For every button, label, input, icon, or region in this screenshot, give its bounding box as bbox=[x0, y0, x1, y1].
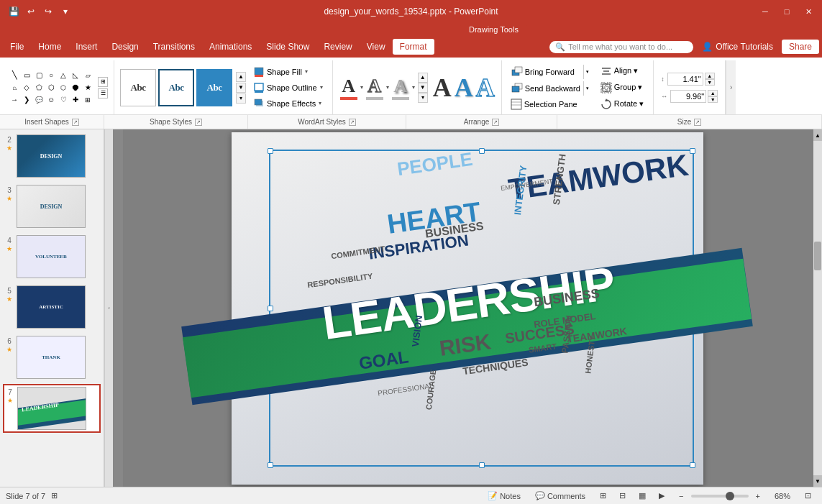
shape-trapezoid[interactable]: ⏢ bbox=[9, 82, 20, 93]
menu-slideshow[interactable]: Slide Show bbox=[259, 39, 316, 55]
shape-rect-outline[interactable]: ▭ bbox=[21, 70, 32, 81]
slide-item-3[interactable]: 3 ★ DESIGN bbox=[3, 183, 101, 230]
slide-item-5[interactable]: 5 ★ ARTISTIC bbox=[3, 283, 101, 331]
shape-line[interactable]: ╲ bbox=[9, 70, 20, 81]
fit-to-window-button[interactable]: ⊡ bbox=[800, 489, 816, 503]
close-button[interactable]: ✕ bbox=[800, 4, 816, 19]
group-button[interactable]: Group ▾ bbox=[598, 81, 647, 95]
shape-outline-dropdown[interactable]: ▾ bbox=[320, 84, 323, 91]
redo-button[interactable]: ↪ bbox=[40, 4, 56, 19]
menu-view[interactable]: View bbox=[360, 39, 393, 55]
shape-heart[interactable]: ♡ bbox=[58, 94, 69, 106]
shape-outline-button[interactable]: Shape Outline ▾ bbox=[250, 81, 326, 95]
wordart-scroll-down[interactable]: ▼ bbox=[418, 83, 428, 93]
menu-design[interactable]: Design bbox=[104, 39, 145, 55]
menu-home[interactable]: Home bbox=[31, 39, 68, 55]
shape-rt-triangle[interactable]: ◺ bbox=[70, 70, 81, 81]
align-button[interactable]: Align ▾ bbox=[598, 64, 647, 78]
style-scroll-down[interactable]: ▼ bbox=[236, 83, 246, 93]
slide-item-7[interactable]: 7 ★ LEADERSHIP bbox=[3, 384, 101, 433]
office-tutorials-button[interactable]: 👤 Office Tutorials bbox=[696, 39, 779, 55]
menu-format[interactable]: Format bbox=[393, 39, 434, 55]
menu-insert[interactable]: Insert bbox=[68, 39, 104, 55]
undo-button[interactable]: ↩ bbox=[23, 4, 39, 19]
shape-triangle[interactable]: △ bbox=[58, 70, 69, 81]
style-scroll-up[interactable]: ▲ bbox=[236, 72, 246, 82]
text-outline-button[interactable]: A bbox=[365, 74, 385, 101]
bring-forward-button[interactable]: Bring Forward bbox=[508, 65, 583, 79]
size-expand[interactable]: ↗ bbox=[694, 119, 701, 126]
shape-hexagon[interactable]: ⬡ bbox=[45, 82, 57, 93]
text-effects-button[interactable]: A bbox=[391, 74, 411, 101]
style-scroll-more[interactable]: ▾ bbox=[236, 93, 246, 104]
zoom-thumb[interactable] bbox=[726, 492, 734, 500]
send-backward-dropdown[interactable]: ▾ bbox=[583, 81, 592, 96]
shape-smiley[interactable]: ☺ bbox=[45, 94, 57, 106]
shape-rounded-rect[interactable]: ▢ bbox=[33, 70, 45, 81]
wordart-large-blue[interactable]: A bbox=[454, 72, 474, 104]
maximize-button[interactable]: □ bbox=[779, 4, 795, 19]
zoom-in-button[interactable]: + bbox=[751, 490, 765, 503]
reading-view-button[interactable]: ▦ bbox=[634, 489, 651, 503]
scroll-up-button[interactable]: ▲ bbox=[813, 129, 822, 141]
wordart-large-dark[interactable]: A bbox=[432, 72, 452, 104]
tell-me-box[interactable]: 🔍 Tell me what you want to do... bbox=[549, 41, 693, 53]
text-fill-dropdown[interactable]: ▾ bbox=[360, 84, 363, 91]
edit-shape-button[interactable]: ⊞ bbox=[98, 77, 108, 87]
bring-forward-dropdown[interactable]: ▾ bbox=[583, 65, 592, 79]
selection-pane-button[interactable]: Selection Pane bbox=[508, 97, 593, 111]
comments-button[interactable]: 💬 Comments bbox=[530, 489, 590, 503]
slide-item-6[interactable]: 6 ★ THANK bbox=[3, 334, 101, 381]
ribbon-scroll-right[interactable]: › bbox=[726, 60, 736, 114]
height-spin-up[interactable]: ▲ bbox=[705, 73, 715, 79]
shape-effects-dropdown[interactable]: ▾ bbox=[319, 100, 321, 106]
height-spin-down[interactable]: ▼ bbox=[705, 79, 715, 86]
shape-more[interactable]: ⊞ bbox=[82, 94, 93, 106]
slide-item-4[interactable]: 4 ★ VOLUNTEER bbox=[3, 233, 101, 280]
text-outline-dropdown[interactable]: ▾ bbox=[386, 84, 389, 91]
send-backward-button[interactable]: Send Backward bbox=[508, 81, 583, 96]
menu-review[interactable]: Review bbox=[316, 39, 359, 55]
width-spin-down[interactable]: ▼ bbox=[708, 96, 718, 103]
save-button[interactable]: 💾 bbox=[6, 4, 22, 19]
menu-file[interactable]: File bbox=[3, 39, 31, 55]
shape-pentagon[interactable]: ⬠ bbox=[33, 82, 45, 93]
shape-styles-expand[interactable]: ↗ bbox=[195, 119, 202, 126]
shape-oval[interactable]: ○ bbox=[45, 70, 57, 81]
zoom-level[interactable]: 68% bbox=[770, 490, 795, 503]
minimize-button[interactable]: ─ bbox=[757, 4, 773, 19]
text-effects-dropdown[interactable]: ▾ bbox=[412, 84, 415, 91]
style-sample-3[interactable]: Abc bbox=[196, 69, 232, 106]
shape-cross[interactable]: ✚ bbox=[70, 94, 81, 106]
insert-shapes-expand[interactable]: ↗ bbox=[72, 119, 79, 126]
shape-effects-button[interactable]: Shape Effects ▾ bbox=[250, 96, 326, 111]
width-spin-up[interactable]: ▲ bbox=[708, 90, 718, 96]
shape-parallelogram[interactable]: ▱ bbox=[82, 70, 93, 81]
menu-animations[interactable]: Animations bbox=[202, 39, 259, 55]
text-fill-button[interactable]: A bbox=[339, 74, 359, 101]
arrange-button[interactable]: ☰ bbox=[98, 88, 108, 98]
wordart-large-outline[interactable]: A bbox=[475, 72, 496, 104]
notes-button[interactable]: 📝 Notes bbox=[483, 489, 526, 503]
arrange-expand[interactable]: ↗ bbox=[492, 119, 499, 126]
slide-info-button[interactable]: ⊞ bbox=[51, 491, 58, 500]
style-sample-2[interactable]: Abc bbox=[158, 69, 194, 106]
style-sample-1[interactable]: Abc bbox=[120, 69, 156, 106]
customize-qa-button[interactable]: ▾ bbox=[58, 4, 73, 19]
shape-callout[interactable]: 💬 bbox=[33, 94, 45, 106]
panel-collapse-button[interactable]: ‹ bbox=[104, 129, 113, 487]
width-input[interactable] bbox=[670, 90, 706, 103]
rotate-button[interactable]: Rotate ▾ bbox=[598, 97, 647, 111]
shape-octagon[interactable]: ⯃ bbox=[70, 82, 81, 93]
normal-view-button[interactable]: ⊞ bbox=[595, 489, 611, 503]
shape-heptagon[interactable]: ⬡ bbox=[58, 82, 69, 93]
wordart-styles-expand[interactable]: ↗ bbox=[349, 119, 356, 126]
wordart-scroll-up[interactable]: ▲ bbox=[418, 73, 428, 83]
shape-chevron[interactable]: ❯ bbox=[21, 94, 32, 106]
scroll-thumb[interactable] bbox=[814, 242, 821, 270]
wordart-scroll-more[interactable]: ▾ bbox=[418, 93, 428, 103]
height-input[interactable] bbox=[667, 73, 703, 86]
menu-transitions[interactable]: Transitions bbox=[146, 39, 202, 55]
slideshow-button[interactable]: ▶ bbox=[654, 489, 670, 503]
shape-diamond[interactable]: ◇ bbox=[21, 82, 32, 93]
